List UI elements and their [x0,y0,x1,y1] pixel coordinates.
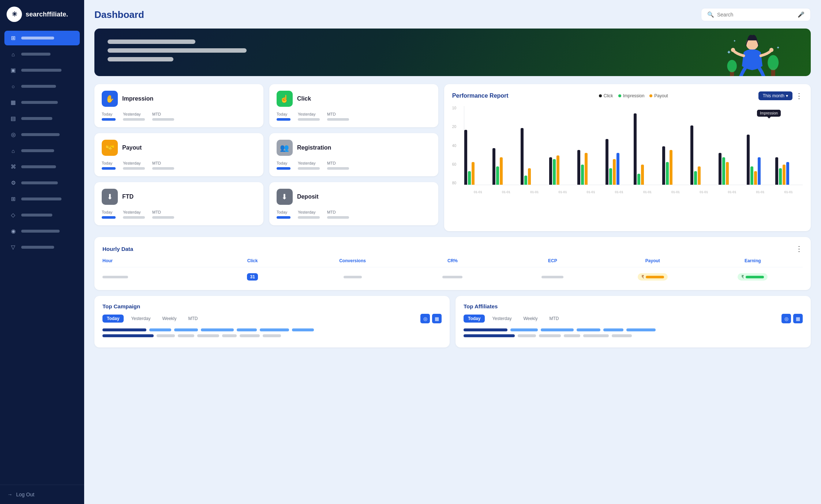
top-affiliates-title: Top Affiliates [464,303,803,309]
affiliates-tab-mtd[interactable]: MTD [545,315,563,323]
sidebar-item-dashboard[interactable]: ⊞ [4,31,80,45]
bar-group-11 [775,157,803,185]
card-payout-header: 🤝 Payout [102,140,256,156]
logout-button[interactable]: → Log Out [0,485,84,504]
sidebar-item-label [21,181,58,184]
sidebar-item-label [21,198,61,200]
affiliates-bar-blue-5 [626,328,656,331]
sidebar: ✳ searchffiliate. ⊞ ⌂ ▣ ○ ▦ ▤ ◎ [0,0,84,504]
col-conversions: Conversions [303,258,402,263]
chart-bar-yellow-2 [528,168,531,185]
x-label-0: 01-01 [474,190,482,194]
sidebar-item-user[interactable]: ○ [4,79,80,94]
campaign-tab-today[interactable]: Today [102,315,124,323]
this-month-button[interactable]: This month ▾ [758,91,792,100]
impression-mtd-bar [152,118,174,121]
ftd-mtd-label: MTD [152,210,174,214]
affiliates-data-rows [464,328,803,337]
chevron-down-icon: ▾ [786,93,788,98]
impression-yesterday-label: Yesterday [123,112,145,116]
campaign-tab-yesterday[interactable]: Yesterday [127,315,155,323]
col-earning: Earning [703,258,803,263]
legend-click-label: Click [604,93,613,98]
svg-text:✦: ✦ [776,45,780,50]
chart-bar-black-1 [492,148,495,185]
impression-stats: Today Yesterday MTD [102,112,256,121]
click-yesterday: Yesterday [298,112,320,121]
affiliates-bar-gray-2 [539,334,561,337]
x-label-3: 01-01 [558,190,567,194]
payout-mtd-bar [152,167,174,170]
payout-mtd: MTD [152,161,174,170]
chart-bar-yellow-0 [472,162,475,185]
sidebar-item-apps[interactable]: ⊞ [4,192,80,206]
affiliates-tab-today[interactable]: Today [464,315,485,323]
td-ecp [503,276,603,278]
earning-pill: ₹ [738,273,768,281]
affiliates-tab-weekly[interactable]: Weekly [519,315,542,323]
campaign-table-icon[interactable]: ▦ [432,314,442,323]
chart-bar-yellow-3 [556,155,559,185]
bell-icon: ◇ [10,211,17,219]
sidebar-item-image[interactable]: ▣ [4,63,80,78]
x-label-10: 01-01 [756,190,765,194]
campaign-bar-gray-1 [157,334,175,337]
campaign-bar-blue-6 [292,328,314,331]
banner: ✦ ✦ ✦ [94,29,811,76]
sidebar-item-settings[interactable]: ⚙ [4,176,80,190]
affiliates-bar-gray-3 [564,334,580,337]
sidebar-item-trash[interactable]: ▽ [4,240,80,255]
col-cr: CR% [402,258,502,263]
sidebar-item-home[interactable]: ⌂ [4,47,80,61]
sidebar-item-doc[interactable]: ▤ [4,111,80,126]
campaign-row-1 [102,328,442,331]
affiliates-tab-yesterday[interactable]: Yesterday [488,315,516,323]
chart-bar-green-3 [553,159,556,185]
campaign-bar-blue-3 [201,328,234,331]
sidebar-logo: ✳ searchffiliate. [0,7,84,31]
td-payout: ₹ [603,273,702,281]
x-label-7: 01-01 [671,190,680,194]
logout-icon: → [7,492,12,497]
cards-panel: ✋ Impression Today Yesterday [94,84,438,231]
payout-stats: Today Yesterday MTD [102,161,256,170]
sidebar-item-group[interactable]: ◎ [4,127,80,142]
bar-group-4 [577,150,605,185]
chart-bar-green-10 [750,166,753,185]
sidebar-item-support[interactable]: ◉ [4,224,80,238]
sidebar-item-bell[interactable]: ◇ [4,208,80,222]
hourly-header: Hourly Data ⋮ [102,244,803,253]
impression-yesterday-bar [123,118,145,121]
sidebar-item-grid[interactable]: ⌘ [4,159,80,174]
card-payout: 🤝 Payout Today Yesterday MTD [94,133,263,176]
search-input[interactable] [717,12,795,18]
chart-bar-green-6 [637,174,640,185]
bottom-row: Top Campaign Today Yesterday Weekly MTD … [94,296,811,347]
registration-today: Today [277,161,290,170]
legend-payout-label: Payout [654,93,668,98]
svg-point-2 [731,48,735,52]
legend-dot-click [599,94,602,97]
campaign-tab-weekly[interactable]: Weekly [158,315,181,323]
sidebar-item-bank[interactable]: ⌂ [4,143,80,158]
affiliates-bar-gray-4 [583,334,609,337]
mic-icon[interactable]: 🎤 [798,11,805,18]
chart-bar-black-9 [719,153,721,185]
sidebar-item-table[interactable]: ▦ [4,95,80,110]
top-affiliates-card: Top Affiliates Today Yesterday Weekly MT… [456,296,811,347]
affiliates-tab-icons: ◎ ▦ [781,314,803,323]
ftd-mtd-bar [152,216,174,219]
more-options-button[interactable]: ⋮ [795,91,803,100]
affiliates-table-icon[interactable]: ▦ [793,314,803,323]
campaign-tab-mtd[interactable]: MTD [184,315,202,323]
performance-legend: Click Impression Payout [599,93,668,98]
campaign-chart-icon[interactable]: ◎ [420,314,430,323]
col-payout: Payout [603,258,702,263]
bar-group-5 [606,139,633,185]
td-click: 31 [202,273,302,281]
deposit-stats: Today Yesterday MTD [277,210,431,219]
x-label-4: 01-01 [587,190,595,194]
hourly-more-button[interactable]: ⋮ [795,244,803,253]
chart-bar-yellow-6 [641,165,644,185]
affiliates-chart-icon[interactable]: ◎ [781,314,791,323]
